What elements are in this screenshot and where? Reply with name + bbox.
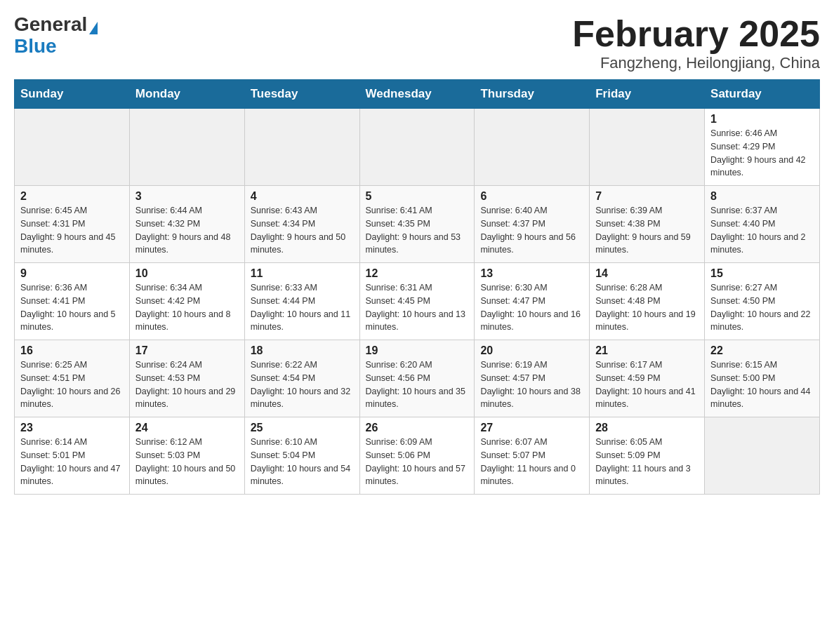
calendar-week-3: 9Sunrise: 6:36 AMSunset: 4:41 PMDaylight… [15, 263, 820, 340]
day-info: Sunrise: 6:34 AMSunset: 4:42 PMDaylight:… [135, 281, 239, 334]
day-number: 26 [366, 422, 469, 434]
day-info: Sunrise: 6:28 AMSunset: 4:48 PMDaylight:… [595, 281, 699, 334]
day-number: 10 [135, 267, 239, 280]
day-info: Sunrise: 6:15 AMSunset: 5:00 PMDaylight:… [710, 358, 814, 411]
day-number: 9 [20, 267, 124, 280]
calendar-cell [359, 109, 475, 186]
calendar-cell: 15Sunrise: 6:27 AMSunset: 4:50 PMDayligh… [705, 263, 820, 340]
day-number: 1 [710, 113, 814, 126]
weekday-header-thursday: Thursday [475, 80, 590, 109]
calendar-week-1: 1Sunrise: 6:46 AMSunset: 4:29 PMDaylight… [15, 109, 820, 186]
day-number: 17 [135, 344, 239, 357]
day-number: 21 [595, 344, 699, 357]
day-info: Sunrise: 6:24 AMSunset: 4:53 PMDaylight:… [135, 358, 239, 411]
day-number: 11 [251, 267, 354, 280]
calendar-cell: 10Sunrise: 6:34 AMSunset: 4:42 PMDayligh… [129, 263, 244, 340]
page-header: General Blue February 2025 Fangzheng, He… [14, 14, 820, 72]
day-number: 22 [710, 344, 814, 357]
weekday-header-sunday: Sunday [15, 80, 130, 109]
location-text: Fangzheng, Heilongjiang, China [572, 54, 820, 72]
logo: General Blue [14, 14, 98, 58]
calendar-cell: 25Sunrise: 6:10 AMSunset: 5:04 PMDayligh… [244, 417, 359, 495]
calendar-cell: 3Sunrise: 6:44 AMSunset: 4:32 PMDaylight… [129, 186, 244, 263]
calendar-cell: 11Sunrise: 6:33 AMSunset: 4:44 PMDayligh… [244, 263, 359, 340]
weekday-header-wednesday: Wednesday [359, 80, 475, 109]
day-info: Sunrise: 6:37 AMSunset: 4:40 PMDaylight:… [710, 204, 814, 257]
day-info: Sunrise: 6:41 AMSunset: 4:35 PMDaylight:… [366, 204, 469, 257]
weekday-header-tuesday: Tuesday [244, 80, 359, 109]
day-info: Sunrise: 6:45 AMSunset: 4:31 PMDaylight:… [20, 204, 124, 257]
calendar-week-2: 2Sunrise: 6:45 AMSunset: 4:31 PMDaylight… [15, 186, 820, 263]
day-info: Sunrise: 6:10 AMSunset: 5:04 PMDaylight:… [251, 436, 354, 488]
calendar-cell [705, 417, 820, 495]
day-number: 23 [20, 422, 124, 434]
day-number: 4 [251, 190, 354, 203]
calendar-week-5: 23Sunrise: 6:14 AMSunset: 5:01 PMDayligh… [15, 417, 820, 495]
calendar-cell: 23Sunrise: 6:14 AMSunset: 5:01 PMDayligh… [15, 417, 130, 495]
day-info: Sunrise: 6:07 AMSunset: 5:07 PMDaylight:… [480, 436, 583, 488]
day-number: 5 [366, 190, 469, 203]
day-info: Sunrise: 6:12 AMSunset: 5:03 PMDaylight:… [135, 436, 239, 488]
calendar-cell: 26Sunrise: 6:09 AMSunset: 5:06 PMDayligh… [359, 417, 475, 495]
day-info: Sunrise: 6:22 AMSunset: 4:54 PMDaylight:… [251, 358, 354, 411]
day-number: 19 [366, 344, 469, 357]
day-info: Sunrise: 6:36 AMSunset: 4:41 PMDaylight:… [20, 281, 124, 334]
calendar-cell: 12Sunrise: 6:31 AMSunset: 4:45 PMDayligh… [359, 263, 475, 340]
day-number: 28 [595, 422, 699, 434]
day-number: 25 [251, 422, 354, 434]
day-info: Sunrise: 6:39 AMSunset: 4:38 PMDaylight:… [595, 204, 699, 257]
day-info: Sunrise: 6:05 AMSunset: 5:09 PMDaylight:… [595, 436, 699, 488]
calendar-cell: 20Sunrise: 6:19 AMSunset: 4:57 PMDayligh… [475, 340, 590, 417]
logo-line1: General [14, 14, 98, 36]
day-number: 16 [20, 344, 124, 357]
day-info: Sunrise: 6:09 AMSunset: 5:06 PMDaylight:… [366, 436, 469, 488]
calendar-cell: 17Sunrise: 6:24 AMSunset: 4:53 PMDayligh… [129, 340, 244, 417]
calendar-cell: 21Sunrise: 6:17 AMSunset: 4:59 PMDayligh… [590, 340, 705, 417]
day-info: Sunrise: 6:14 AMSunset: 5:01 PMDaylight:… [20, 436, 124, 488]
calendar-cell: 18Sunrise: 6:22 AMSunset: 4:54 PMDayligh… [244, 340, 359, 417]
day-info: Sunrise: 6:46 AMSunset: 4:29 PMDaylight:… [710, 127, 814, 180]
calendar-cell [129, 109, 244, 186]
calendar-cell: 2Sunrise: 6:45 AMSunset: 4:31 PMDaylight… [15, 186, 130, 263]
calendar-cell: 7Sunrise: 6:39 AMSunset: 4:38 PMDaylight… [590, 186, 705, 263]
weekday-header-monday: Monday [129, 80, 244, 109]
day-number: 2 [20, 190, 124, 203]
day-number: 15 [710, 267, 814, 280]
weekday-header-friday: Friday [590, 80, 705, 109]
logo-line2: Blue [14, 36, 98, 58]
logo-general-text: General [14, 13, 87, 35]
day-info: Sunrise: 6:43 AMSunset: 4:34 PMDaylight:… [251, 204, 354, 257]
day-number: 12 [366, 267, 469, 280]
day-number: 20 [480, 344, 583, 357]
calendar-cell [15, 109, 130, 186]
calendar-cell: 6Sunrise: 6:40 AMSunset: 4:37 PMDaylight… [475, 186, 590, 263]
calendar-cell: 28Sunrise: 6:05 AMSunset: 5:09 PMDayligh… [590, 417, 705, 495]
calendar-table: SundayMondayTuesdayWednesdayThursdayFrid… [14, 79, 820, 495]
calendar-cell: 16Sunrise: 6:25 AMSunset: 4:51 PMDayligh… [15, 340, 130, 417]
calendar-cell: 9Sunrise: 6:36 AMSunset: 4:41 PMDaylight… [15, 263, 130, 340]
day-info: Sunrise: 6:30 AMSunset: 4:47 PMDaylight:… [480, 281, 583, 334]
day-number: 24 [135, 422, 239, 434]
day-info: Sunrise: 6:17 AMSunset: 4:59 PMDaylight:… [595, 358, 699, 411]
day-info: Sunrise: 6:20 AMSunset: 4:56 PMDaylight:… [366, 358, 469, 411]
day-info: Sunrise: 6:25 AMSunset: 4:51 PMDaylight:… [20, 358, 124, 411]
calendar-cell [244, 109, 359, 186]
calendar-cell: 24Sunrise: 6:12 AMSunset: 5:03 PMDayligh… [129, 417, 244, 495]
title-block: February 2025 Fangzheng, Heilongjiang, C… [572, 14, 820, 72]
day-info: Sunrise: 6:31 AMSunset: 4:45 PMDaylight:… [366, 281, 469, 334]
day-info: Sunrise: 6:33 AMSunset: 4:44 PMDaylight:… [251, 281, 354, 334]
day-info: Sunrise: 6:44 AMSunset: 4:32 PMDaylight:… [135, 204, 239, 257]
calendar-cell: 14Sunrise: 6:28 AMSunset: 4:48 PMDayligh… [590, 263, 705, 340]
day-number: 27 [480, 422, 583, 434]
calendar-cell: 27Sunrise: 6:07 AMSunset: 5:07 PMDayligh… [475, 417, 590, 495]
calendar-cell [475, 109, 590, 186]
calendar-header-row: SundayMondayTuesdayWednesdayThursdayFrid… [15, 80, 820, 109]
calendar-cell: 19Sunrise: 6:20 AMSunset: 4:56 PMDayligh… [359, 340, 475, 417]
calendar-cell: 5Sunrise: 6:41 AMSunset: 4:35 PMDaylight… [359, 186, 475, 263]
day-number: 8 [710, 190, 814, 203]
logo-blue-text: Blue [14, 35, 57, 57]
calendar-cell [590, 109, 705, 186]
day-number: 7 [595, 190, 699, 203]
day-number: 14 [595, 267, 699, 280]
day-number: 13 [480, 267, 583, 280]
